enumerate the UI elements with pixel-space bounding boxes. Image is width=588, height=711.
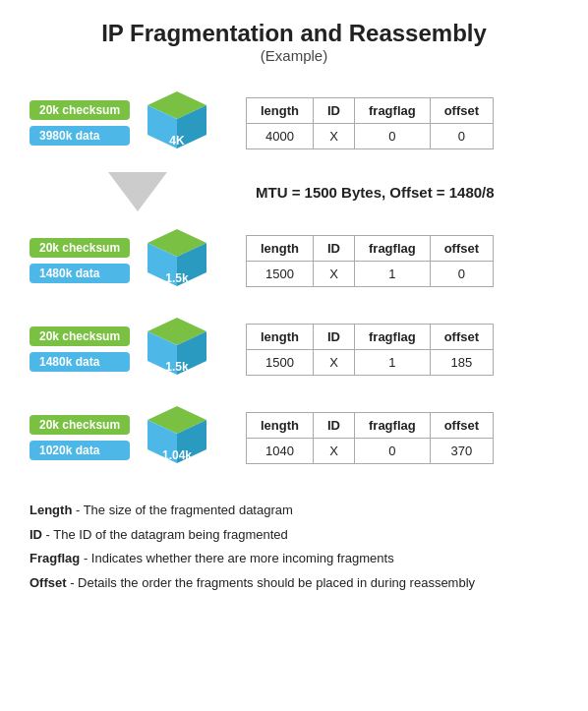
td-1-2: 1 <box>355 261 431 286</box>
data-label-3: 1020k data <box>29 441 130 460</box>
labels-col-0: 20k checksum3980k data <box>29 100 130 146</box>
table-wrap-2: lengthIDfragflagoffset1500X1185 <box>246 324 494 376</box>
data-label-1: 1480k data <box>29 264 130 283</box>
th-length-3: length <box>247 412 314 438</box>
th-ID-2: ID <box>314 324 355 349</box>
svg-text:4K: 4K <box>169 134 185 148</box>
td-3-1: X <box>314 438 355 463</box>
cube-section-2: 20k checksum1480k data 1.5k <box>29 310 246 388</box>
cube-section-3: 20k checksum1020k data 1.04k <box>29 398 246 477</box>
cube-2: 1.5k <box>138 310 216 388</box>
th-offset-1: offset <box>430 235 493 261</box>
td-2-3: 185 <box>430 349 493 375</box>
data-label-2: 1480k data <box>29 352 130 372</box>
checksum-label-3: 20k checksum <box>29 415 130 435</box>
checksum-label-0: 20k checksum <box>29 100 130 120</box>
svg-text:1.5k: 1.5k <box>165 271 189 285</box>
labels-col-3: 20k checksum1020k data <box>29 415 130 460</box>
frag-table-1: lengthIDfragflagoffset1500X10 <box>246 235 494 287</box>
th-ID-1: ID <box>314 235 355 261</box>
td-1-1: X <box>314 261 355 286</box>
th-ID-3: ID <box>314 412 355 438</box>
frag-table-3: lengthIDfragflagoffset1040X0370 <box>246 412 494 464</box>
th-fragflag-1: fragflag <box>355 235 431 261</box>
td-1-3: 0 <box>430 261 493 286</box>
svg-text:1.5k: 1.5k <box>165 360 189 374</box>
table-wrap-3: lengthIDfragflagoffset1040X0370 <box>246 412 494 464</box>
legend-item-3: Offset - Details the order the fragments… <box>29 571 559 596</box>
th-length-1: length <box>247 235 314 261</box>
data-label-0: 3980k data <box>29 126 130 146</box>
fragment-row-0: 20k checksum3980k data 4K lengthIDfragfl… <box>29 84 559 162</box>
td-0-2: 0 <box>355 123 431 148</box>
checksum-label-2: 20k checksum <box>29 326 130 346</box>
td-0-1: X <box>314 123 355 148</box>
th-offset-2: offset <box>430 324 493 349</box>
cube-section-0: 20k checksum3980k data 4K <box>29 84 246 162</box>
svg-text:1.04k: 1.04k <box>162 448 192 462</box>
mtu-text: MTU = 1500 Bytes, Offset = 1480/8 <box>246 184 495 201</box>
cube-section-1: 20k checksum1480k data 1.5k <box>29 221 246 300</box>
td-3-2: 0 <box>355 438 431 463</box>
down-arrow-icon <box>108 172 167 211</box>
frag-table-0: lengthIDfragflagoffset4000X00 <box>246 97 494 149</box>
td-1-0: 1500 <box>247 261 314 286</box>
legend-item-0: Length - The size of the fragmented data… <box>29 499 559 523</box>
fragments-container: 20k checksum3980k data 4K lengthIDfragfl… <box>29 84 559 477</box>
checksum-label-1: 20k checksum <box>29 238 130 258</box>
th-fragflag-3: fragflag <box>355 412 431 438</box>
mtu-arrow-row: MTU = 1500 Bytes, Offset = 1480/8 <box>29 172 559 211</box>
page: IP Fragmentation and Reassembly (Example… <box>0 0 588 616</box>
legend-section: Length - The size of the fragmented data… <box>29 499 559 596</box>
td-3-0: 1040 <box>247 438 314 463</box>
frag-table-2: lengthIDfragflagoffset1500X1185 <box>246 324 494 376</box>
legend-term-1: ID <box>29 527 42 542</box>
title-section: IP Fragmentation and Reassembly (Example… <box>29 20 559 64</box>
labels-col-2: 20k checksum1480k data <box>29 326 130 372</box>
sub-title: (Example) <box>29 47 559 64</box>
fragment-row-2: 20k checksum1480k data 1.5k lengthIDfrag… <box>29 310 559 388</box>
legend-item-1: ID - The ID of the datagram being fragme… <box>29 523 559 548</box>
legend-item-2: Fragflag - Indicates whether there are m… <box>29 547 559 571</box>
td-2-0: 1500 <box>247 349 314 375</box>
th-length-0: length <box>247 97 314 123</box>
table-wrap-1: lengthIDfragflagoffset1500X10 <box>246 235 494 287</box>
table-wrap-0: lengthIDfragflagoffset4000X00 <box>246 97 494 149</box>
th-fragflag-2: fragflag <box>355 324 431 349</box>
legend-term-3: Offset <box>29 575 67 590</box>
cube-1: 1.5k <box>138 221 216 300</box>
td-0-0: 4000 <box>247 123 314 148</box>
td-0-3: 0 <box>430 123 493 148</box>
labels-col-1: 20k checksum1480k data <box>29 238 130 283</box>
main-title: IP Fragmentation and Reassembly <box>29 20 559 47</box>
th-ID-0: ID <box>314 97 355 123</box>
legend-term-2: Fragflag <box>29 551 80 565</box>
fragment-row-3: 20k checksum1020k data 1.04k lengthIDfra… <box>29 398 559 477</box>
th-fragflag-0: fragflag <box>355 97 431 123</box>
arrow-section <box>29 172 246 211</box>
th-length-2: length <box>247 324 314 349</box>
fragment-row-1: 20k checksum1480k data 1.5k lengthIDfrag… <box>29 221 559 300</box>
td-3-3: 370 <box>430 438 493 463</box>
th-offset-3: offset <box>430 412 493 438</box>
th-offset-0: offset <box>430 97 493 123</box>
cube-0: 4K <box>138 84 216 162</box>
legend-term-0: Length <box>29 503 72 517</box>
td-2-2: 1 <box>355 349 431 375</box>
cube-3: 1.04k <box>138 398 216 477</box>
td-2-1: X <box>314 349 355 375</box>
